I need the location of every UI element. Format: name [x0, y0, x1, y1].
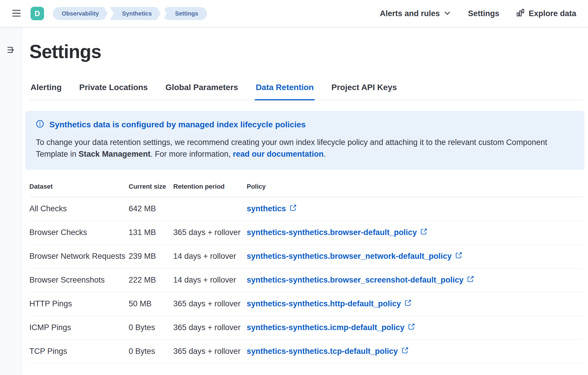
- table-row: HTTP Pings 50 MB 365 days + rollover syn…: [29, 292, 583, 316]
- col-header-policy: Policy: [247, 179, 583, 197]
- table-row: ICMP Pings 0 Bytes 365 days + rollover s…: [29, 316, 583, 339]
- cell-dataset: All Checks: [29, 197, 129, 221]
- table-row: Browser Network Requests 239 MB 14 days …: [29, 244, 583, 268]
- menu-toggle-button[interactable]: [10, 7, 23, 20]
- chevron-down-icon: [444, 9, 451, 19]
- settings-nav-label: Settings: [468, 9, 499, 18]
- cell-dataset: HTTP Pings: [29, 292, 129, 316]
- cell-retention-period: 365 days + rollover: [173, 339, 247, 363]
- settings-tabs: Alerting Private Locations Global Parame…: [29, 83, 583, 100]
- cell-dataset: Browser Screenshots: [29, 268, 129, 292]
- tab-data-retention[interactable]: Data Retention: [255, 83, 315, 100]
- callout-bold-stack-management: Stack Management: [79, 150, 151, 158]
- app-window: D Observability Synthetics Settings Aler…: [0, 0, 588, 375]
- alerts-and-rules-label: Alerts and rules: [380, 9, 440, 18]
- settings-nav-link[interactable]: Settings: [468, 9, 499, 18]
- callout-body: To change your data retention settings, …: [36, 136, 562, 160]
- policy-link-label: synthetics-synthetics.browser_network-de…: [247, 252, 452, 261]
- col-header-current-size: Current size: [129, 179, 173, 197]
- callout-title: Synthetics data is configured by managed…: [49, 120, 306, 129]
- col-header-retention-period: Retention period: [173, 179, 247, 197]
- cell-dataset: ICMP Pings: [29, 316, 129, 339]
- policy-link[interactable]: synthetics-synthetics.icmp-default_polic…: [247, 323, 415, 332]
- cell-current-size: 0 Bytes: [129, 316, 173, 339]
- tab-private-locations[interactable]: Private Locations: [78, 83, 149, 100]
- callout-text-2: . For more information,: [150, 150, 233, 158]
- info-icon: [36, 120, 44, 130]
- space-avatar[interactable]: D: [31, 7, 44, 20]
- policy-link[interactable]: synthetics-synthetics.browser-default_po…: [247, 228, 427, 237]
- policy-link-label: synthetics-synthetics.browser_screenshot…: [247, 276, 463, 285]
- policy-link[interactable]: synthetics-synthetics.browser_screenshot…: [247, 276, 474, 285]
- page-title: Settings: [29, 41, 583, 63]
- cell-current-size: 642 MB: [129, 197, 173, 221]
- table-row: All Checks 642 MB synthetics: [29, 197, 583, 221]
- tab-alerting[interactable]: Alerting: [29, 83, 63, 100]
- policy-link-label: synthetics-synthetics.icmp-default_polic…: [247, 323, 404, 332]
- table-row: Browser Screenshots 222 MB 14 days + rol…: [29, 268, 583, 292]
- cell-retention-period: 365 days + rollover: [173, 316, 247, 339]
- callout-title-row: Synthetics data is configured by managed…: [36, 120, 574, 130]
- cell-retention-period: 14 days + rollover: [173, 268, 247, 292]
- external-link-icon: [408, 323, 415, 332]
- cell-current-size: 0 Bytes: [129, 339, 173, 363]
- table-row: Browser Checks 131 MB 365 days + rollove…: [29, 221, 583, 244]
- collapsed-sidebar: [0, 27, 22, 375]
- table-row: TCP Pings 0 Bytes 365 days + rollover sy…: [29, 339, 583, 363]
- breadcrumb-synthetics[interactable]: Synthetics: [110, 7, 161, 20]
- cell-current-size: 239 MB: [129, 244, 173, 268]
- cell-retention-period: 365 days + rollover: [173, 221, 247, 244]
- tab-global-parameters[interactable]: Global Parameters: [164, 83, 239, 100]
- table-header-row: Dataset Current size Retention period Po…: [29, 179, 583, 197]
- main-content: Settings Alerting Private Locations Glob…: [22, 27, 588, 375]
- cell-current-size: 131 MB: [129, 221, 173, 244]
- hamburger-icon: [11, 8, 21, 19]
- external-link-icon: [290, 204, 297, 213]
- top-nav: D Observability Synthetics Settings Aler…: [0, 0, 588, 27]
- explore-data-button[interactable]: Explore data: [516, 9, 576, 19]
- external-link-icon: [455, 252, 462, 261]
- bar-chart-icon: [516, 9, 525, 19]
- policy-link[interactable]: synthetics-synthetics.http-default_polic…: [247, 299, 411, 308]
- cell-current-size: 222 MB: [129, 268, 173, 292]
- cell-dataset: Browser Checks: [29, 221, 129, 244]
- cell-dataset: Browser Network Requests: [29, 244, 129, 268]
- menu-right-icon: [7, 45, 16, 55]
- alerts-and-rules-menu[interactable]: Alerts and rules: [380, 9, 451, 19]
- cell-retention-period: 365 days + rollover: [173, 292, 247, 316]
- explore-data-label: Explore data: [529, 9, 576, 18]
- expand-sidebar-button[interactable]: [5, 44, 17, 56]
- documentation-link[interactable]: read our documentation: [233, 150, 324, 158]
- policy-link-label: synthetics-synthetics.http-default_polic…: [247, 299, 401, 308]
- policy-link[interactable]: synthetics-synthetics.browser_network-de…: [247, 252, 462, 261]
- external-link-icon: [401, 347, 409, 356]
- cell-retention-period: 14 days + rollover: [173, 244, 247, 268]
- top-nav-actions: Alerts and rules Settings Explore data: [380, 9, 576, 19]
- policy-link-label: synthetics-synthetics.tcp-default_policy: [247, 347, 398, 356]
- external-link-icon: [404, 299, 411, 308]
- policy-link-label: synthetics-synthetics.browser-default_po…: [247, 228, 417, 237]
- tab-project-api-keys[interactable]: Project API Keys: [330, 83, 398, 100]
- cell-retention-period: [173, 197, 247, 221]
- info-callout: Synthetics data is configured by managed…: [25, 111, 584, 170]
- external-link-icon: [467, 276, 474, 285]
- breadcrumb: Observability Synthetics Settings: [53, 7, 207, 20]
- data-retention-table: Dataset Current size Retention period Po…: [29, 179, 583, 364]
- cell-current-size: 50 MB: [129, 292, 173, 316]
- callout-text-3: .: [324, 150, 326, 158]
- cell-dataset: TCP Pings: [29, 339, 129, 363]
- breadcrumb-settings[interactable]: Settings: [163, 7, 207, 20]
- external-link-icon: [420, 228, 427, 237]
- policy-link-label: synthetics: [247, 204, 286, 213]
- col-header-dataset: Dataset: [29, 179, 129, 197]
- policy-link[interactable]: synthetics-synthetics.tcp-default_policy: [247, 347, 409, 356]
- breadcrumb-observability[interactable]: Observability: [53, 7, 108, 20]
- policy-link[interactable]: synthetics: [247, 204, 297, 213]
